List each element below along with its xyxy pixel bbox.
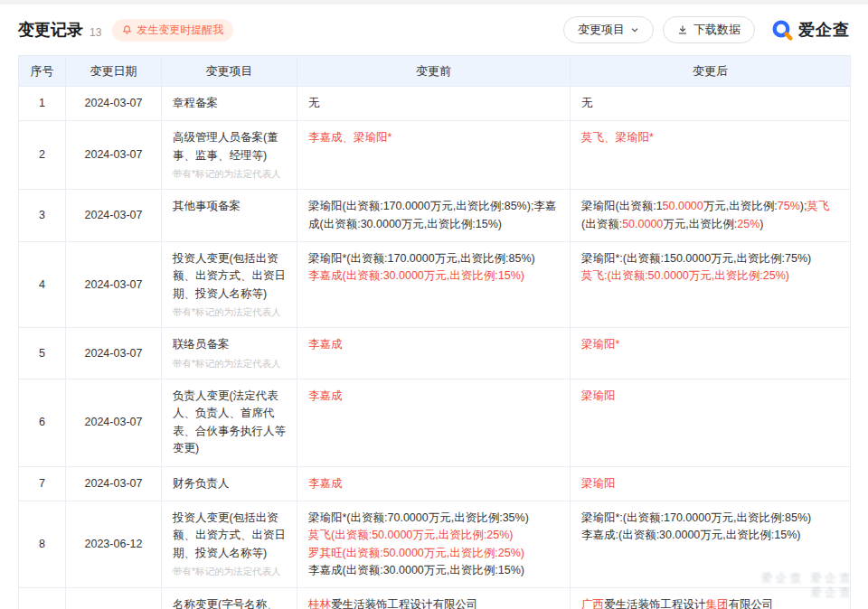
watermark-line: 爱企查 爱企查 xyxy=(760,571,854,586)
cell-after: 无 xyxy=(571,87,851,121)
cell-item: 其他事项备案 xyxy=(162,190,297,242)
text-line: 梁瑜阳*:(出资额:150.0000万元,出资比例:75%) xyxy=(581,250,839,267)
cell-before: 李嘉成、梁瑜阳* xyxy=(297,121,571,190)
notify-toggle[interactable]: 发生变更时提醒我 xyxy=(112,19,233,42)
table-row: 52024-03-07联络员备案带有*标记的为法定代表人李嘉成梁瑜阳* xyxy=(19,328,851,379)
cell-index: 1 xyxy=(19,87,66,121)
text-line: 无 xyxy=(581,95,839,112)
text-segment: 莫飞 xyxy=(807,200,829,212)
change-records-page: 变更记录 13 发生变更时提醒我 变更项目 下载数据 xyxy=(0,5,868,609)
cell-after: 梁瑜阳 xyxy=(571,466,851,501)
text-line: 莫飞:(出资额:50.0000万元,出资比例:25%) xyxy=(581,267,839,285)
cell-index: 4 xyxy=(19,242,66,328)
text-line: 莫飞、梁瑜阳* xyxy=(581,129,839,146)
cell-after: 梁瑜阳* xyxy=(571,328,851,379)
bell-icon xyxy=(122,24,132,35)
cell-index: 9 xyxy=(19,588,66,609)
text-segment: 50.0000 xyxy=(622,218,663,230)
col-header-date: 变更日期 xyxy=(66,56,162,87)
cell-date: 2023-03-20 xyxy=(66,588,162,609)
text-segment: 莫飞:(出资额:50.0000万元,出资比例:25%) xyxy=(581,269,789,282)
text-segment: 广西 xyxy=(581,598,604,609)
cell-index: 2 xyxy=(19,121,66,190)
text-line: 李嘉成 xyxy=(308,336,559,353)
table-row: 82023-06-12投资人变更(包括出资额、出资方式、出资日期、投资人名称等)… xyxy=(19,501,851,588)
notify-label: 发生变更时提醒我 xyxy=(137,23,223,38)
brand-logo[interactable]: 爱企查 xyxy=(771,19,850,42)
record-count: 13 xyxy=(90,26,101,39)
text-segment: 50.0000 xyxy=(663,200,703,212)
table-row: 42024-03-07投资人变更(包括出资额、出资方式、出资日期、投资人名称等)… xyxy=(19,242,851,328)
cell-index: 5 xyxy=(19,328,66,379)
page-header: 变更记录 13 发生变更时提醒我 变更项目 下载数据 xyxy=(18,16,850,43)
text-line: 李嘉成:(出资额:30.0000万元,出资比例:15%) xyxy=(581,527,839,544)
cell-item: 负责人变更(法定代表人、负责人、首席代表、合伙事务执行人等变更) xyxy=(162,379,297,467)
text-segment: 李嘉成(出资额:30.0000万元,出资比例:15%) xyxy=(308,564,524,576)
table-body: 12024-03-07章程备案无无22024-03-07高级管理人员备案(董事、… xyxy=(19,87,851,609)
cell-before: 李嘉成 xyxy=(297,379,571,467)
text-segment: 梁瑜阳*(出资额:170.0000万元,出资比例:85%) xyxy=(308,252,535,265)
chevron-down-icon xyxy=(630,25,639,34)
filter-button[interactable]: 变更项目 xyxy=(563,16,654,43)
cell-item: 高级管理人员备案(董事、监事、经理等)带有*标记的为法定代表人 xyxy=(162,121,297,190)
text-segment: 无 xyxy=(581,97,593,109)
cell-index: 8 xyxy=(19,501,66,588)
item-title: 财务负责人 xyxy=(173,475,286,492)
text-segment: 梁瑜阳 xyxy=(581,389,616,402)
page-title: 变更记录 xyxy=(18,19,83,41)
magnifier-icon xyxy=(771,19,794,42)
text-line: 梁瑜阳(出资额:170.0000万元,出资比例:85%);李嘉成(出资额:30.… xyxy=(308,198,559,233)
cell-date: 2024-03-07 xyxy=(66,328,162,379)
text-line: 莫飞(出资额:50.0000万元,出资比例:25%) xyxy=(308,527,559,544)
download-icon xyxy=(677,24,688,35)
text-line: 李嘉成(出资额:30.0000万元,出资比例:15%) xyxy=(308,562,559,579)
cell-index: 3 xyxy=(19,190,66,242)
cell-date: 2024-03-07 xyxy=(66,242,162,328)
item-title: 其他事项备案 xyxy=(173,198,286,215)
item-title: 负责人变更(法定代表人、负责人、首席代表、合伙事务执行人等变更) xyxy=(173,388,286,458)
text-segment: 李嘉成 xyxy=(308,338,343,351)
text-line: 无 xyxy=(308,95,559,112)
cell-date: 2024-03-07 xyxy=(66,190,162,242)
text-segment: 25% xyxy=(737,218,760,230)
cell-before: 梁瑜阳(出资额:170.0000万元,出资比例:85%);李嘉成(出资额:30.… xyxy=(297,190,571,242)
text-line: 梁瑜阳* xyxy=(581,336,839,353)
text-segment: 罗其旺(出资额:50.0000万元,出资比例:25%) xyxy=(308,547,524,559)
text-line: 梁瑜阳*(出资额:70.0000万元,出资比例:35%) xyxy=(308,510,559,527)
item-note: 带有*标记的为法定代表人 xyxy=(173,305,286,319)
text-segment: 莫飞(出资额:50.0000万元,出资比例:25%) xyxy=(308,529,513,541)
item-title: 名称变更(字号名称、集团名称等) xyxy=(173,596,286,609)
text-segment: 梁瑜阳(出资额:170.0000万元,出资比例:85%);李嘉成(出资额:30.… xyxy=(308,200,556,230)
cell-after: 梁瑜阳(出资额:150.0000万元,出资比例:75%);莫飞(出资额:50.0… xyxy=(571,190,851,242)
text-segment: 爱生活装饰工程设计有限公司 xyxy=(331,598,478,609)
item-note: 带有*标记的为法定代表人 xyxy=(173,167,286,181)
cell-item: 投资人变更(包括出资额、出资方式、出资日期、投资人名称等)带有*标记的为法定代表… xyxy=(162,242,297,328)
cell-item: 章程备案 xyxy=(162,87,297,121)
text-line: 梁瑜阳 xyxy=(581,475,839,492)
text-segment: 无 xyxy=(308,97,320,109)
item-title: 投资人变更(包括出资额、出资方式、出资日期、投资人名称等) xyxy=(173,510,286,562)
cell-after: 梁瑜阳*:(出资额:150.0000万元,出资比例:75%)莫飞:(出资额:50… xyxy=(571,242,851,328)
text-segment: ) xyxy=(760,218,763,230)
text-segment: 集团 xyxy=(706,598,729,609)
cell-index: 6 xyxy=(19,379,66,467)
text-segment: 万元,出资比例: xyxy=(703,200,778,212)
cell-date: 2024-03-07 xyxy=(66,466,162,501)
cell-index: 7 xyxy=(19,466,66,501)
item-title: 投资人变更(包括出资额、出资方式、出资日期、投资人名称等) xyxy=(173,250,286,303)
table-row: 92023-03-20名称变更(字号名称、集团名称等)桂林爱生活装饰工程设计有限… xyxy=(19,588,851,609)
text-segment: 梁瑜阳* xyxy=(581,338,619,351)
cell-item: 投资人变更(包括出资额、出资方式、出资日期、投资人名称等)带有*标记的为法定代表… xyxy=(162,501,297,588)
item-note: 带有*标记的为法定代表人 xyxy=(173,357,286,370)
download-button[interactable]: 下载数据 xyxy=(663,16,755,43)
text-line: 李嘉成(出资额:30.0000万元,出资比例:15%) xyxy=(308,267,559,285)
table-header-row: 序号 变更日期 变更项目 变更前 变更后 xyxy=(19,56,851,87)
text-line: 罗其旺(出资额:50.0000万元,出资比例:25%) xyxy=(308,545,559,562)
cell-item: 财务负责人 xyxy=(162,466,297,501)
cell-date: 2023-06-12 xyxy=(66,501,162,588)
cell-before: 梁瑜阳*(出资额:70.0000万元,出资比例:35%)莫飞(出资额:50.00… xyxy=(297,501,571,588)
cell-before: 桂林爱生活装饰工程设计有限公司 xyxy=(297,588,571,609)
change-records-table: 序号 变更日期 变更项目 变更前 变更后 12024-03-07章程备案无无22… xyxy=(18,55,851,609)
download-label: 下载数据 xyxy=(693,22,741,38)
text-line: 李嘉成、梁瑜阳* xyxy=(308,129,559,146)
